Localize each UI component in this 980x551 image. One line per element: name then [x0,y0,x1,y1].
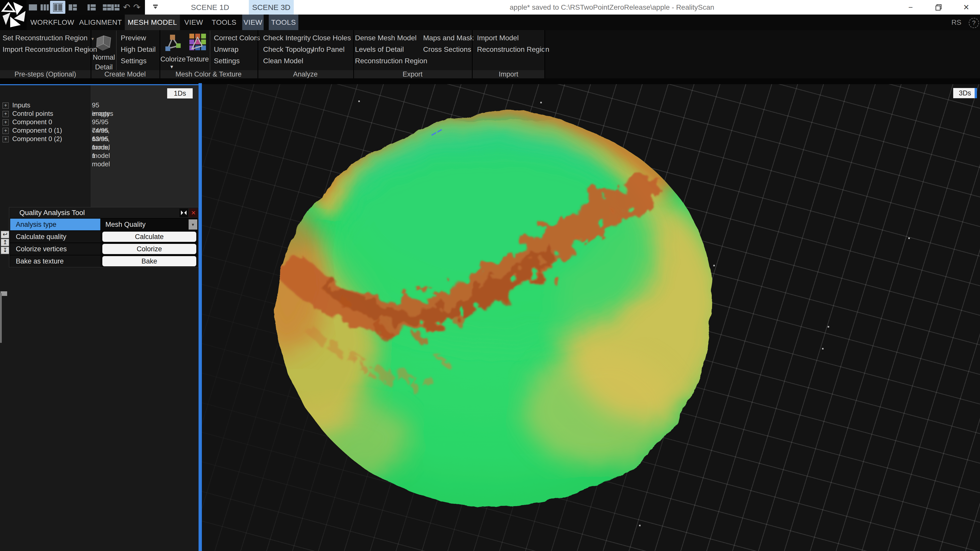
badge-3ds-active-bar [975,88,977,98]
colorize-vertices-label: Colorize vertices [10,243,100,255]
tree-row-component-0-1[interactable]: + Component 0 (1) 74/95 cams, 1 model [0,126,199,135]
tab-scene-3d[interactable]: SCENE 3D [249,0,294,14]
realityscan-logo[interactable] [0,0,27,30]
quality-row-colorize: Colorize vertices Colorize [10,243,198,255]
ribbon-dense-mesh-model[interactable]: Dense Mesh Model [355,34,417,42]
scene-3d-viewport[interactable]: 3Ds [202,84,980,551]
tree-value: 95 images [92,101,98,110]
normal-detail-icon[interactable] [95,35,112,52]
tree-value: 95/95 cams, 1 model [92,118,98,126]
calculate-cell: Calculate [101,231,198,243]
ribbon-divider [472,30,473,78]
dock-handle[interactable] [0,293,2,343]
tree-row-control-points[interactable]: + Control points empty [0,110,199,118]
ribbon-clean-model[interactable]: Clean Model [263,57,303,65]
ribbon-unwrap[interactable]: Unwrap [214,45,239,54]
analysis-type-dropdown[interactable]: Mesh Quality ▼ [101,219,198,230]
tree-row-inputs[interactable]: + Inputs 95 images [0,101,199,110]
ribbon-check-integrity[interactable]: Check Integrity [263,34,311,42]
expander-icon[interactable]: + [3,128,9,134]
ribbon-import-reconstruction-region[interactable]: Import Reconstruction Region [3,45,97,54]
ribbon-close-holes[interactable]: Close Holes [312,34,351,42]
ribbon-import-reconstruction-region2[interactable]: Reconstruction Region [477,45,549,54]
window-title: apple* saved to C:\RSTwoPointZeroRelease… [510,0,714,14]
ribbon-levels-of-detail[interactable]: Levels of Detail [355,45,404,54]
tree-row-component-0-2[interactable]: + Component 0 (2) 63/95 cams, 1 model [0,135,199,143]
ribbon-set-reconstruction-region[interactable]: Set Reconstruction Region▼ [3,34,95,42]
quality-row-calculate: Calculate quality Calculate [10,230,198,243]
ribbon-import-model[interactable]: Import Model [477,34,519,42]
tree-row-component-0[interactable]: + Component 0 95/95 cams, 1 model [0,118,199,126]
bake-cell: Bake [101,256,198,267]
menu-bar: WORKFLOW ALIGNMENT MESH MODEL VIEW TOOLS… [0,14,980,30]
redo-icon[interactable]: ↷ [133,0,141,14]
minimize-button[interactable]: − [904,0,918,14]
layout-preset-icon-3[interactable] [53,3,63,11]
badge-1ds[interactable]: 1Ds [167,88,192,98]
dock-move-up-button[interactable]: ↥ [0,238,10,246]
tree-value: empty [92,110,98,118]
expander-icon[interactable]: + [3,119,9,125]
ribbon-maps-and-mask[interactable]: Maps and Mask [423,34,474,42]
texture-icon[interactable] [189,33,207,54]
dropdown-arrow-icon[interactable]: ▼ [189,219,197,230]
ribbon-export-reconstruction-region[interactable]: Reconstruction Region [355,57,427,65]
tab-scene-1d[interactable]: SCENE 1D [180,0,241,14]
analysis-type-label[interactable]: Analysis type [10,219,100,230]
colorize-icon[interactable] [165,34,182,54]
colorize-dropdown-caret-icon[interactable]: ▼ [169,64,174,70]
badge-3ds[interactable]: 3Ds [953,88,977,98]
calculate-button[interactable]: Calculate [102,232,196,242]
ribbon-info-panel[interactable]: Info Panel [312,45,345,54]
realityscan-window: ↶ ↷ SCENE 1D SCENE 3D apple* saved to C:… [0,0,980,551]
user-badge[interactable]: RS [951,14,961,30]
apple-mesh-model[interactable] [202,84,980,551]
menu-tools[interactable]: TOOLS [212,14,236,30]
ribbon-settings-create[interactable]: Settings [121,57,146,65]
layout-preset-icon-4[interactable] [68,3,78,11]
ribbon-preview[interactable]: Preview [121,34,146,42]
expander-icon[interactable]: + [3,136,9,142]
tree-label: Control points [12,110,53,118]
undo-icon[interactable]: ↶ [123,0,130,14]
close-quality-tool-icon[interactable]: × [189,208,198,217]
toolbar-pin-icon[interactable] [153,5,158,9]
calculate-quality-label: Calculate quality [10,231,100,243]
layout-preset-icon-1[interactable] [28,3,38,11]
help-icon[interactable]: ? [969,18,979,28]
panel-splitter[interactable] [199,83,202,551]
layout-preset-icon-2[interactable] [40,3,49,11]
colorize-button[interactable]: Colorize [102,244,196,254]
ribbon-check-topology[interactable]: Check Topology [263,45,314,54]
expander-icon[interactable]: + [3,103,9,109]
dock-move-down-button[interactable]: ↧ [0,246,10,254]
menu-context-view[interactable]: VIEW [242,14,264,30]
group-import: Import [472,70,545,78]
bake-button[interactable]: Bake [102,256,196,266]
menu-alignment[interactable]: ALIGNMENT [83,14,119,30]
ribbon-divider [353,30,354,78]
menu-workflow[interactable]: WORKFLOW [35,14,70,30]
close-button[interactable]: × [959,0,974,14]
dock-return-button[interactable]: ↩ [0,230,10,238]
ribbon-group-labels: Pre-steps (Optional) Create Model Mesh C… [0,70,545,78]
ribbon-cross-sections[interactable]: Cross Sections [423,45,471,54]
ribbon-correct-colors[interactable]: Correct Colors [214,34,260,42]
menu-view[interactable]: VIEW [184,14,203,30]
group-analyze: Analyze [258,70,353,78]
dock-toggle-icon[interactable] [180,208,188,217]
ribbon-divider [91,30,91,78]
expander-icon[interactable]: + [3,111,9,117]
menu-context-tools[interactable]: TOOLS [269,14,298,30]
tree-value: 74/95 cams, 1 model [92,126,98,135]
colorize-label: Colorize [160,54,186,64]
layout-preset-icon-7[interactable] [110,3,120,11]
maximize-button[interactable] [932,0,946,14]
group-create-model: Create Model [91,70,159,78]
ribbon-settings-texture[interactable]: Settings [214,57,240,65]
quality-tool-titlebar[interactable]: Quality Analysis Tool × [9,207,198,218]
title-bar: ↶ ↷ SCENE 1D SCENE 3D apple* saved to C:… [0,0,980,14]
menu-mesh-model[interactable]: MESH MODEL [125,14,180,30]
layout-preset-icon-5[interactable] [87,3,97,11]
ribbon-high-detail[interactable]: High Detail [121,45,156,54]
